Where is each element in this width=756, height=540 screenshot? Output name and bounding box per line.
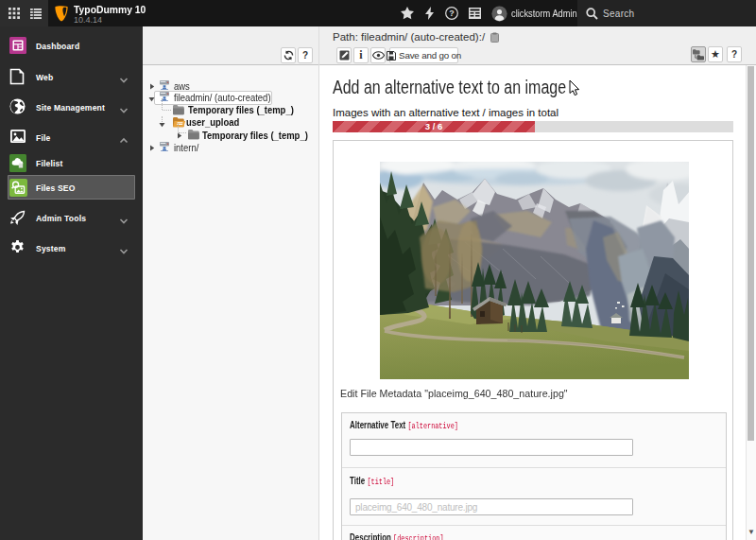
svg-text:?: ? [449,9,455,18]
